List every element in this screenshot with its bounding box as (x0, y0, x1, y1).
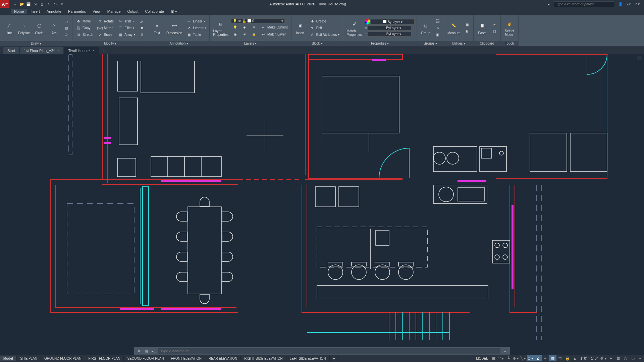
close-cmd-icon[interactable]: × (136, 348, 142, 354)
table-button[interactable]: ▦Table (185, 32, 207, 38)
file-tab-1[interactable]: 1st Floor Plan_V2*× (20, 47, 63, 54)
polar-toggle[interactable]: ⊛ ▾ (512, 355, 520, 361)
layout-tab[interactable]: SECOND FLOOR PLAN (124, 356, 167, 361)
scale-button[interactable]: ⤢Scale (96, 32, 115, 38)
transparency-toggle[interactable]: ▥ (549, 355, 556, 361)
edit-block-button[interactable]: ✎Edit (308, 25, 341, 31)
plot-icon[interactable]: 🖨 (39, 1, 45, 7)
help-icon[interactable]: ? ▾ (635, 2, 640, 6)
tab-manage[interactable]: Manage (104, 9, 124, 14)
lwt-toggle[interactable]: ≡ (542, 355, 549, 361)
erase-button[interactable]: 🖊 (138, 18, 146, 24)
open-icon[interactable]: 📂 (19, 1, 25, 7)
layer-iso-button[interactable]: ◈ (240, 24, 249, 31)
panel-draw-title[interactable]: Draw ▾ (0, 41, 72, 46)
color-wheel-icon[interactable] (365, 19, 370, 24)
status-model[interactable]: MODEL (474, 357, 490, 360)
mirror-button[interactable]: ▷◁Mirror (96, 25, 115, 31)
file-tab-2[interactable]: Tivoli House*× (64, 47, 99, 54)
layout-tab[interactable]: SITE PLAN (17, 356, 41, 361)
tab-annotate[interactable]: Annotate (43, 9, 65, 14)
workspace-switch[interactable]: ⚙ ▾ (600, 355, 607, 361)
group-button[interactable]: ⿴Group (419, 20, 432, 36)
hatch-button[interactable]: ▨ (62, 25, 70, 31)
otrack-toggle[interactable]: ∠ (534, 355, 542, 361)
array-button[interactable]: ▦Array (116, 32, 137, 38)
osnap-toggle[interactable]: □ ▾ (527, 355, 534, 361)
linear-button[interactable]: ⊢Linear (185, 18, 207, 24)
create-block-button[interactable]: ✚Create (308, 18, 341, 24)
panel-modify-title[interactable]: Modify ▾ (72, 41, 148, 46)
layout-tab[interactable]: FRONT ELEVATION (167, 356, 205, 361)
panel-block-title[interactable]: Block ▾ (291, 41, 343, 46)
ungroup-button[interactable]: ⿳ (434, 18, 442, 24)
hardware-accel[interactable]: ⊡ (614, 355, 622, 361)
linetype-dropdown[interactable]: ─── ByLayer ▾ (368, 32, 412, 37)
polyline-button[interactable]: ⌇Polyline (17, 20, 31, 36)
clean-screen[interactable]: ▭ (629, 355, 637, 361)
stretch-button[interactable]: ⇲Stretch (74, 32, 95, 38)
trim-button[interactable]: ✂Trim (116, 18, 137, 24)
command-input[interactable] (158, 348, 500, 354)
copy-clip-button[interactable]: ⿻ (490, 28, 498, 34)
snap-toggle[interactable]: ∷ ▾ (497, 355, 505, 361)
layout-tab-model[interactable]: Model (0, 356, 17, 361)
search-input[interactable] (554, 1, 614, 7)
paste-button[interactable]: 📋Paste (476, 20, 489, 36)
file-tab-start[interactable]: Start (3, 47, 19, 54)
isodraft-toggle[interactable]: ╲ ▾ (520, 355, 527, 361)
drawing-canvas[interactable]: ─ (0, 54, 644, 340)
redo-icon[interactable]: ↷ (52, 1, 58, 7)
copy-button[interactable]: ⿻Copy (74, 25, 95, 31)
layer-dropdown[interactable]: 💡❄🔓 0 ▾ (231, 18, 285, 23)
quick-calc-button[interactable]: 🖩 (463, 28, 471, 34)
tab-collaborate[interactable]: Collaborate (142, 9, 167, 14)
qat-more-icon[interactable]: ▾ (59, 1, 65, 7)
make-current-button[interactable]: ✔Make Current (259, 24, 289, 31)
layer-lock-button[interactable]: 🔒 (250, 32, 258, 38)
layout-tab[interactable]: GROUND FLOOR PLAN (41, 356, 85, 361)
undo-icon[interactable]: ↶ (46, 1, 52, 7)
circle-button[interactable]: ◯Circle (33, 20, 46, 36)
annotation-visibility[interactable]: ▲ (571, 355, 579, 361)
layer-thaw-button[interactable]: ☀ (240, 32, 249, 38)
rectangle-button[interactable]: ▭ (62, 18, 70, 24)
leader-button[interactable]: ↗Leader (185, 25, 207, 31)
add-layout-button[interactable]: + (330, 356, 339, 361)
select-all-button[interactable]: ▦ (463, 21, 471, 27)
annotation-monitor[interactable]: + (607, 355, 614, 361)
select-mode-button[interactable]: ☝Select Mode (503, 18, 516, 37)
annotation-scale-icon[interactable]: 🔒 (564, 355, 571, 361)
tab-insert[interactable]: Insert (27, 9, 43, 14)
layout-tab[interactable]: RIGHT SIDE ELEVATION (241, 356, 286, 361)
text-button[interactable]: AText (150, 20, 164, 36)
layout-tab[interactable]: REAR ELEVATION (205, 356, 241, 361)
color-dropdown[interactable]: ByLayer ▾ (371, 19, 415, 24)
edit-attributes-button[interactable]: ✐Edit Attributes (308, 32, 341, 38)
tab-home[interactable]: Home (11, 9, 27, 14)
layout-tab[interactable]: LEFT SIDE ELEVATION (286, 356, 330, 361)
tab-parametric[interactable]: Parametric (65, 9, 89, 14)
infocenter-arrow-icon[interactable]: ▸ (548, 2, 550, 6)
move-button[interactable]: ✥Move (74, 18, 95, 24)
save-icon[interactable]: 💾 (25, 1, 32, 7)
add-tab-button[interactable]: + (99, 47, 108, 54)
layer-properties-button[interactable]: ▤Layer Properties (212, 18, 230, 37)
saveas-icon[interactable]: 🖫 (32, 1, 38, 7)
layout-tab[interactable]: FIRST FLOOR PLAN (85, 356, 124, 361)
tab-output[interactable]: Output (124, 9, 142, 14)
layer-freeze-button[interactable]: ❄ (250, 24, 258, 31)
ellipse-button[interactable]: ⬭ (62, 32, 70, 38)
match-properties-button[interactable]: 🖌Match Properties (345, 18, 363, 37)
tab-view[interactable]: View (89, 9, 104, 14)
selection-cycling[interactable]: ⿻ (556, 355, 564, 361)
layer-off-button[interactable]: 💡 (231, 24, 239, 31)
recent-cmd-icon[interactable]: ▤ (144, 348, 149, 354)
app-logo[interactable]: ALT (0, 0, 9, 8)
offset-button[interactable]: ∈ (138, 32, 146, 38)
panel-layers-title[interactable]: Layers ▾ (210, 41, 291, 46)
tab-featured-apps[interactable]: ▣ ▾ (167, 9, 180, 14)
panel-properties-title[interactable]: Properties ▾ (343, 41, 417, 46)
isolate-objects[interactable]: ◎ (622, 355, 629, 361)
grid-toggle[interactable]: ▦ (490, 355, 497, 361)
